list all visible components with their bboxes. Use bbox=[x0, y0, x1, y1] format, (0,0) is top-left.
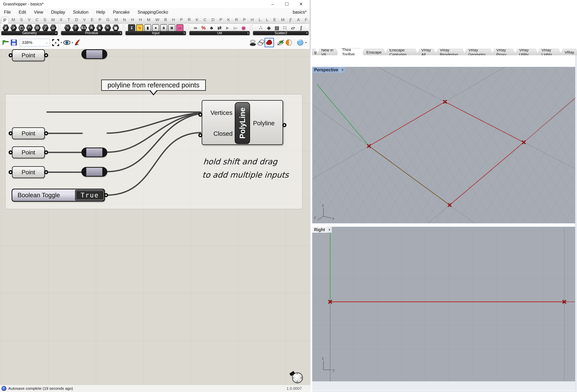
frame-icon[interactable]: ▤ bbox=[273, 24, 281, 31]
tab-params-active[interactable]: P bbox=[1, 17, 9, 24]
material-sphere-icon[interactable] bbox=[285, 38, 293, 47]
squiggle-icon[interactable]: ʃ bbox=[297, 24, 305, 31]
perspective-viewport-label[interactable]: Perspective ▼ bbox=[312, 67, 345, 73]
viewport-dropdown-icon[interactable]: ▼ bbox=[327, 227, 332, 233]
toggle-icon[interactable]: ▮ bbox=[144, 24, 151, 31]
tree-icon[interactable]: ♣ bbox=[208, 24, 215, 31]
open-file-icon[interactable] bbox=[1, 38, 10, 47]
tab-letter[interactable]: H bbox=[131, 17, 134, 22]
tab-letter[interactable]: M bbox=[147, 17, 150, 22]
graft-icon[interactable]: ⇄ bbox=[216, 24, 223, 31]
tab-letter[interactable]: F bbox=[305, 17, 307, 22]
tab-letter[interactable]: D bbox=[75, 17, 78, 22]
tab-letter[interactable]: E bbox=[91, 17, 94, 22]
spiral-icon[interactable]: @ bbox=[34, 24, 41, 31]
vector-icon[interactable]: ↗ bbox=[10, 24, 17, 31]
glasses-icon[interactable]: ∞ bbox=[192, 24, 199, 31]
output-port[interactable] bbox=[104, 193, 108, 197]
value-list-icon[interactable]: ≣ bbox=[168, 24, 175, 31]
menu-item[interactable]: SnappingGecko bbox=[134, 10, 172, 15]
paw-icon[interactable]: ∴ bbox=[257, 24, 264, 31]
arrow-outline-icon[interactable]: ▻ bbox=[232, 24, 239, 31]
matrix-icon[interactable]: ▦ bbox=[112, 24, 119, 31]
tab-letter[interactable]: G bbox=[106, 17, 109, 22]
polyline-output-port[interactable] bbox=[282, 123, 287, 127]
arrow-solid-icon[interactable]: ► bbox=[224, 24, 231, 31]
grid-icon[interactable]: ∷ bbox=[281, 24, 288, 31]
toolbar-tab[interactable]: VRay bbox=[560, 49, 577, 55]
tab-letter[interactable]: T bbox=[68, 17, 70, 22]
chevron-down-icon[interactable]: ▾ bbox=[305, 41, 307, 44]
relay-node[interactable] bbox=[81, 167, 107, 177]
tab-letter[interactable]: H bbox=[251, 17, 254, 22]
tab-letter[interactable]: H bbox=[172, 17, 175, 22]
tab-letter[interactable]: C bbox=[36, 17, 38, 22]
menu-item[interactable]: Edit bbox=[15, 10, 30, 15]
polyline-component-capsule[interactable]: PolyLine bbox=[235, 102, 250, 144]
toolbar-tab[interactable]: VRay All bbox=[416, 49, 437, 55]
tab-letter[interactable]: M bbox=[114, 17, 118, 22]
toolbar-tab[interactable]: Enscape Capturing bbox=[384, 49, 418, 55]
tab-letter[interactable]: K bbox=[227, 17, 230, 22]
tab-letter[interactable]: A bbox=[297, 17, 300, 22]
boolean-toggle-value[interactable]: True bbox=[75, 190, 105, 201]
menu-item[interactable]: View bbox=[30, 10, 47, 15]
close-button[interactable]: ✕ bbox=[294, 0, 308, 8]
save-file-icon[interactable] bbox=[10, 38, 18, 47]
tab-letter[interactable]: P bbox=[180, 17, 183, 22]
menu-item[interactable]: Solution bbox=[69, 10, 92, 15]
path-icon[interactable]: ⋔ bbox=[96, 24, 103, 31]
menu-item[interactable]: Display bbox=[47, 10, 69, 15]
button-icon[interactable]: ● bbox=[152, 24, 159, 31]
right-viewport-label[interactable]: Right ▼ bbox=[312, 227, 332, 233]
tab-letter[interactable]: M bbox=[281, 17, 284, 22]
polyline-component[interactable]: Vertices Closed PolyLine Polyline bbox=[202, 100, 283, 145]
point-markers[interactable] bbox=[367, 100, 525, 207]
zoom-extents-icon[interactable]: x bbox=[52, 38, 60, 47]
canvas-compass-widget[interactable] bbox=[291, 372, 303, 384]
circle-icon[interactable]: ◯ bbox=[18, 24, 25, 31]
document-preview-icon[interactable] bbox=[296, 38, 304, 47]
chevron-down-icon[interactable]: ▾ bbox=[72, 41, 73, 44]
closed-input-port[interactable] bbox=[198, 133, 202, 137]
tab-letter[interactable]: M bbox=[12, 17, 15, 22]
plane-icon[interactable]: ▱ bbox=[289, 24, 296, 31]
tab-letter[interactable]: C bbox=[204, 17, 207, 22]
surface-icon[interactable]: ▱ bbox=[50, 24, 57, 31]
shaded-cylinder-icon[interactable] bbox=[265, 38, 273, 47]
toolbar-tab[interactable]: New in V6 bbox=[316, 49, 339, 55]
point-icon[interactable]: ✗ bbox=[2, 24, 9, 31]
sketch-pen-icon[interactable] bbox=[74, 38, 82, 47]
toolbar-tab[interactable]: VRay Lights bbox=[537, 49, 562, 55]
tab-letter[interactable]: V bbox=[83, 17, 86, 22]
tab-letter[interactable]: H bbox=[139, 17, 142, 22]
number-icon[interactable]: 0.1 bbox=[80, 24, 87, 31]
graph-mapper-icon[interactable]: ∿ bbox=[136, 24, 143, 31]
preview-off-cylinder-icon[interactable] bbox=[249, 38, 257, 47]
menu-item[interactable]: Pancake bbox=[109, 10, 134, 15]
tab-letter[interactable]: B bbox=[164, 17, 167, 22]
tab-letter[interactable]: E bbox=[273, 17, 276, 22]
wireframe-cylinder-icon[interactable] bbox=[257, 38, 265, 47]
tab-letter[interactable]: Ƒ bbox=[290, 17, 292, 22]
menu-item[interactable]: Help bbox=[92, 10, 109, 15]
viewport-dropdown-icon[interactable]: ▼ bbox=[340, 67, 345, 73]
jump-icon[interactable]: ◉ bbox=[240, 24, 247, 31]
chevron-down-icon[interactable]: ▾ bbox=[61, 41, 62, 44]
tab-letter[interactable]: S bbox=[43, 17, 46, 22]
line-icon[interactable]: ╱ bbox=[42, 24, 49, 31]
tab-letter[interactable]: S bbox=[20, 17, 23, 22]
toolbar-tab[interactable]: VRay Proxy bbox=[491, 49, 516, 55]
tab-letter[interactable]: P bbox=[99, 17, 101, 22]
tab-letter[interactable]: V bbox=[28, 17, 31, 22]
toolbar-tab[interactable]: VRay Utility bbox=[514, 49, 539, 55]
preview-eye-icon[interactable] bbox=[63, 38, 71, 47]
cherry-picker-icon[interactable]: % bbox=[200, 24, 207, 31]
relay-node[interactable] bbox=[81, 49, 107, 59]
zoom-level-combobox[interactable]: 338% ⌄ bbox=[20, 39, 50, 46]
panel-icon[interactable]: ▭ bbox=[176, 24, 183, 31]
tab-letter[interactable]: R bbox=[188, 17, 191, 22]
tab-letter[interactable]: D bbox=[212, 17, 215, 22]
tab-letter[interactable]: N bbox=[123, 17, 126, 22]
tab-letter[interactable]: W bbox=[155, 17, 159, 22]
